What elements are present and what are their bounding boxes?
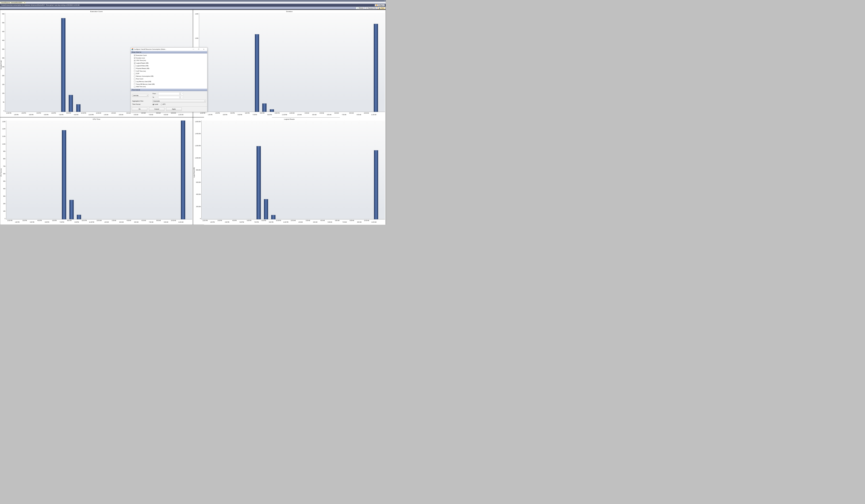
bar[interactable] (76, 104, 80, 112)
x-axis: 12:00 PM2:00 PM4:00 PM6:00 PM8:00 PM10:0… (199, 112, 385, 117)
checkbox[interactable] (134, 83, 136, 85)
pin-icon[interactable]: ⟂ (23, 2, 24, 3)
x-tick: 8:00 AM (156, 112, 160, 114)
x-tick: 6:00 AM (141, 112, 146, 114)
x-tick: 10:00 AM (364, 112, 369, 114)
checkbox-row[interactable]: Logical Reads (KB) (131, 62, 207, 65)
configure-button[interactable]: Configure (374, 4, 384, 6)
checkbox[interactable] (134, 57, 136, 59)
checkbox-row[interactable]: Logical Writes (KB) (131, 65, 207, 67)
dialog-titlebar[interactable]: Configure Overall Resource Consumption [… (131, 48, 207, 51)
dialog-title: Configure Overall Resource Consumption [… (134, 48, 191, 50)
bar[interactable] (374, 24, 378, 112)
bar[interactable] (69, 200, 73, 219)
y-tick: 150- (2, 84, 4, 85)
checkbox-row[interactable]: Log Memory Used (KB) (131, 80, 207, 83)
interval-select[interactable]: Last day (132, 94, 148, 97)
checkbox-row[interactable]: Execution Count (131, 54, 207, 57)
checkbox[interactable] (134, 75, 136, 77)
document-tab[interactable]: Overall Resource...dventureWorks2017] ⟂ … (0, 2, 26, 4)
bar[interactable] (62, 130, 66, 219)
x-tick: 1:00 AM (104, 114, 108, 115)
plot-area[interactable] (201, 120, 385, 219)
y-tick: 300- (2, 57, 4, 59)
bar[interactable] (181, 120, 185, 219)
checkbox[interactable] (134, 86, 136, 87)
x-tick: 3:00 AM (119, 222, 124, 223)
y-axis-label: Execution Count (0, 13, 2, 117)
checkbox-row[interactable]: CLR Time (ms) (131, 70, 207, 72)
bar[interactable] (270, 109, 274, 112)
plot-area[interactable] (199, 13, 385, 112)
close-icon[interactable]: × (24, 2, 25, 3)
checkbox-row[interactable]: Wait Time (ms) (131, 85, 207, 88)
checkbox-row[interactable]: Memory Consumption (KB) (131, 75, 207, 78)
checkbox[interactable] (134, 62, 136, 64)
checkbox-row[interactable]: Duration (ms) (131, 57, 207, 59)
checkbox[interactable] (134, 60, 136, 61)
x-tick: 2:00 PM (218, 220, 222, 221)
y-tick: 400- (2, 40, 4, 41)
bar[interactable] (271, 215, 275, 219)
x-tick: 1:00 AM (298, 222, 303, 223)
maximize-button[interactable]: ☐ (196, 48, 201, 50)
bar[interactable] (262, 103, 267, 112)
x-tick: 12:00 AM (96, 112, 101, 114)
x-tick: 2:00 AM (112, 220, 116, 221)
checkbox[interactable] (134, 73, 136, 74)
x-tick: 9:00 AM (164, 114, 168, 115)
close-button[interactable]: ✕ (201, 48, 206, 50)
checkbox-row[interactable]: Temp DB Memory Used (KB) (131, 83, 207, 85)
time-format-utc-radio[interactable] (161, 104, 162, 105)
x-tick: 6:00 AM (335, 112, 339, 114)
bar[interactable] (69, 95, 73, 112)
cancel-button[interactable]: Cancel (149, 107, 164, 110)
bar[interactable] (374, 151, 378, 219)
checkbox[interactable] (134, 68, 136, 69)
bar[interactable] (255, 34, 259, 112)
bar[interactable] (77, 215, 81, 219)
chart-button[interactable]: Chart (378, 7, 385, 9)
x-tick: 2:00 PM (22, 220, 27, 221)
checkbox[interactable] (134, 65, 136, 67)
y-tick: 1,500- (195, 37, 198, 39)
checkbox[interactable] (134, 78, 136, 80)
checkbox[interactable] (134, 55, 136, 56)
from-datepicker[interactable] (158, 92, 183, 95)
x-tick: 4:00 PM (232, 220, 237, 221)
y-tick: 550- (2, 13, 4, 15)
checkbox-row[interactable]: Row Count (131, 78, 207, 80)
ok-button[interactable]: Ok (132, 107, 147, 110)
y-tick: 100- (3, 211, 5, 212)
chart-dur[interactable]: DurationDuration (ms)1,600-1,500-1,400-1… (193, 10, 386, 117)
standard-grid-button[interactable]: Standard Grid (365, 7, 378, 9)
checkbox-row[interactable]: Physical Reads (KB) (131, 67, 207, 70)
bar[interactable] (264, 199, 268, 219)
x-tick: 1:00 AM (104, 222, 108, 223)
chart-cpu[interactable]: CPU TimeCPU Time (ms)1,300-1,200-1,100-1… (0, 117, 193, 225)
x-tick: 6:00 PM (247, 220, 251, 221)
apply-button[interactable]: Apply (166, 107, 182, 110)
x-tick: 7:00 AM (342, 114, 346, 115)
time-format-local-radio[interactable] (152, 104, 154, 105)
x-tick: 12:00 AM (291, 220, 296, 221)
checkbox-label: Row Count (136, 78, 143, 80)
aggregation-select[interactable]: Automatic (152, 100, 206, 102)
x-tick: 11:00 PM (89, 222, 94, 223)
minimize-button[interactable]: — (191, 48, 196, 50)
y-tick: 200- (2, 75, 4, 77)
plot-area[interactable] (6, 120, 192, 219)
checkbox-row[interactable]: DOP (131, 72, 207, 75)
checkbox-label: CLR Time (ms) (136, 70, 146, 72)
bar[interactable] (61, 18, 66, 112)
checkbox-label: Temp DB Memory Used (KB) (136, 83, 154, 85)
chart-title: CPU Time (0, 117, 193, 120)
refresh-button[interactable]: Refresh (356, 7, 365, 9)
checkbox[interactable] (134, 70, 136, 72)
to-datepicker[interactable] (158, 96, 183, 98)
checkbox-row[interactable]: CPU Time (ms) (131, 59, 207, 62)
chart-reads[interactable]: Logical ReadsLogical Reads (KB)1,600,000… (193, 117, 386, 225)
bar[interactable] (256, 146, 261, 219)
checkbox[interactable] (134, 81, 136, 82)
x-tick: 8:00 PM (67, 220, 72, 221)
